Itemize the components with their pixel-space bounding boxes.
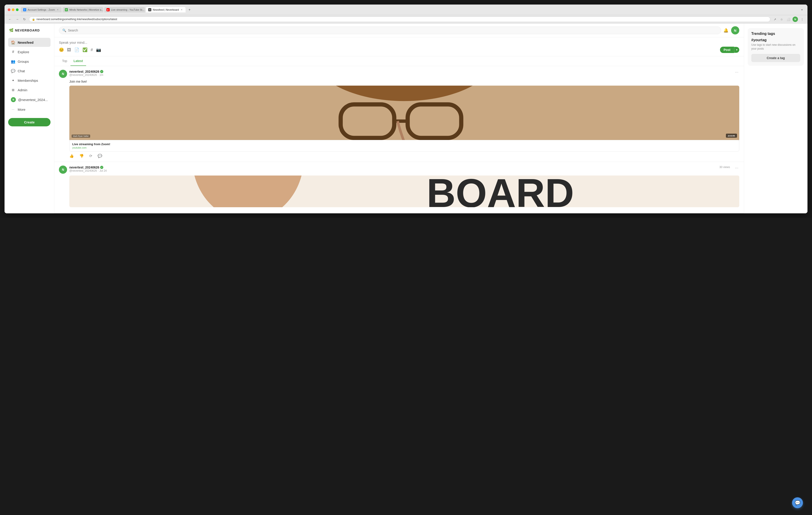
user-avatar[interactable]: N xyxy=(731,26,739,34)
right-sidebar: Trending tags #yourtag Use tags to start… xyxy=(744,24,808,213)
compose-input[interactable] xyxy=(59,40,739,44)
browser-window: Z Account Settings - Zoom ✕ M Minds Netw… xyxy=(4,4,808,213)
comment-button-1[interactable]: 💬 xyxy=(98,154,102,158)
sidebar-item-explore[interactable]: # Explore xyxy=(8,47,51,56)
explore-icon: # xyxy=(11,50,16,54)
tab-close-zoom[interactable]: ✕ xyxy=(56,8,59,11)
search-bar-wrapper: 🔍 🔔 N xyxy=(54,24,744,37)
tab-favicon-minds: M xyxy=(65,8,68,11)
address-bar[interactable]: 🔒 neverboard.somethingsomething.link/new… xyxy=(29,17,770,22)
sidebar-item-memberships[interactable]: ✦ Memberships xyxy=(8,76,51,85)
emoji-tool-icon[interactable]: 😊 xyxy=(59,47,64,52)
tab-neverboard[interactable]: N Newsfeed | Neverboard ✕ xyxy=(146,7,185,12)
post-2-handle: @nevertest_20240626 xyxy=(69,169,97,172)
repost-button-1[interactable]: ⟳ xyxy=(89,154,92,158)
sidebar-label-memberships: Memberships xyxy=(18,79,38,83)
tab-minds[interactable]: M Minds Networks | Monetize a... ✕ xyxy=(62,7,103,12)
verify-tool-icon[interactable]: ✅ xyxy=(83,47,87,52)
post-2-author-info: nevertest_20240626 ✓ @nevertest_20240626… xyxy=(69,165,717,172)
post-1-time: 1m xyxy=(99,73,103,77)
url-text: neverboard.somethingsomething.link/newsf… xyxy=(36,18,117,21)
maximize-traffic-light[interactable] xyxy=(16,8,19,11)
sidebar-item-groups[interactable]: 👥 Groups xyxy=(8,57,51,66)
sidebar-label-profile: @nevertest_2024... xyxy=(18,98,48,102)
post-card-2: N nevertest_20240626 ✓ @nevertest_202406… xyxy=(54,162,744,213)
tab-title-youtube: Live streaming - YouTube St... xyxy=(111,8,144,11)
memberships-icon: ✦ xyxy=(11,78,16,83)
article-tool-icon[interactable]: 📄 xyxy=(74,47,79,52)
tab-favicon-zoom: Z xyxy=(23,8,26,11)
post-2-more-button[interactable]: ··· xyxy=(734,165,739,170)
tab-account-settings[interactable]: Z Account Settings - Zoom ✕ xyxy=(21,7,62,12)
post-1-meta: @nevertest_20240626 · 1m xyxy=(69,73,732,77)
close-traffic-light[interactable] xyxy=(8,8,10,11)
tab-close-neverboard[interactable]: ✕ xyxy=(180,8,183,11)
post-button[interactable]: Post xyxy=(720,47,734,53)
browser-titlebar: Z Account Settings - Zoom ✕ M Minds Netw… xyxy=(4,4,808,15)
zoom-watermark: zoom xyxy=(726,133,737,138)
traffic-lights xyxy=(8,8,19,11)
post-1-more-button[interactable]: ··· xyxy=(734,70,739,74)
bookmark-button[interactable]: ☆ xyxy=(779,17,784,22)
post-1-image: zoom Mark Ryan Salter Live streaming fro… xyxy=(69,86,739,152)
search-icon: 🔍 xyxy=(62,29,66,32)
sidebar-label-chat: Chat xyxy=(18,69,25,73)
main-feed: 🔍 🔔 N 😊 🖼 📄 ✅ # 📷 xyxy=(54,24,744,213)
post-2-svg: NEVER BOARD something something xyxy=(69,176,739,207)
forward-button[interactable]: → xyxy=(14,17,20,22)
video-tool-icon[interactable]: 📷 xyxy=(96,47,101,52)
dislike-button-1[interactable]: 👎 xyxy=(79,154,84,158)
back-button[interactable]: ← xyxy=(7,17,13,22)
post-dropdown-button[interactable]: ▾ xyxy=(734,47,739,53)
menu-button[interactable]: ⋮ xyxy=(799,17,805,22)
sidebar: 🌿 NEVERBOARD 🏠 Newsfeed # Explore 👥 Grou… xyxy=(4,24,54,213)
post-2-views: 30 views xyxy=(719,165,730,169)
trending-desc: Use tags to start new discussions on you… xyxy=(751,43,800,51)
trending-tag[interactable]: #yourtag xyxy=(751,38,800,42)
trending-title: Trending tags xyxy=(751,32,800,36)
page-layout: 🌿 NEVERBOARD 🏠 Newsfeed # Explore 👥 Grou… xyxy=(4,24,808,213)
post-1-handle: @nevertest_20240626 xyxy=(69,73,97,77)
post-1-actions: 👍 👎 ⟳ 💬 xyxy=(69,154,739,158)
extensions-button[interactable]: ⬜ xyxy=(786,17,791,22)
tab-latest[interactable]: Latest xyxy=(70,56,86,66)
sidebar-item-profile[interactable]: N @nevertest_2024... xyxy=(8,95,51,104)
compose-tools: 😊 🖼 📄 ✅ # 📷 Post ▾ xyxy=(59,47,739,53)
notification-bell-icon[interactable]: 🔔 xyxy=(723,28,728,33)
reload-button[interactable]: ↻ xyxy=(22,17,27,22)
sidebar-item-chat[interactable]: 💬 Chat xyxy=(8,66,51,75)
sidebar-item-newsfeed[interactable]: 🏠 Newsfeed xyxy=(8,38,51,47)
tab-list-button[interactable]: ▾ xyxy=(800,7,804,12)
sidebar-item-more[interactable]: ··· More xyxy=(8,105,51,114)
browser-profile-button[interactable]: N xyxy=(792,17,798,22)
post-2-avatar[interactable]: N xyxy=(59,165,67,174)
like-button-1[interactable]: 👍 xyxy=(69,154,74,158)
chat-icon: 💬 xyxy=(11,69,16,73)
search-input[interactable] xyxy=(68,29,718,32)
sidebar-item-admin[interactable]: ⊞ Admin xyxy=(8,85,51,94)
post-1-link-preview[interactable]: Live streaming from Zoom! youtube.com xyxy=(69,140,739,152)
sidebar-logo: 🌿 NEVERBOARD xyxy=(8,28,51,32)
create-tag-button[interactable]: Create a tag xyxy=(751,54,800,62)
tab-top[interactable]: Top xyxy=(59,56,70,66)
image-tool-icon[interactable]: 🖼 xyxy=(67,48,71,52)
header-actions: 🔔 N xyxy=(723,26,739,34)
minimize-traffic-light[interactable] xyxy=(12,8,14,11)
link-title: Live streaming from Zoom! xyxy=(72,143,736,146)
post-2-author-text: nevertest_20240626 xyxy=(69,165,99,169)
post-1-avatar[interactable]: N xyxy=(59,70,67,78)
share-button[interactable]: ↗ xyxy=(772,17,778,22)
new-tab-button[interactable]: + xyxy=(186,7,192,13)
tab-title-zoom: Account Settings - Zoom xyxy=(28,8,55,11)
post-1-author-info: nevertest_20240626 ✓ @nevertest_20240626… xyxy=(69,70,732,77)
tab-favicon-neverboard: N xyxy=(148,8,151,11)
create-button[interactable]: Create xyxy=(8,118,51,126)
post-1-header: N nevertest_20240626 ✓ @nevertest_202406… xyxy=(59,70,739,78)
home-icon: 🏠 xyxy=(11,40,16,44)
post-2-header: N nevertest_20240626 ✓ @nevertest_202406… xyxy=(59,165,739,174)
post-card-1: N nevertest_20240626 ✓ @nevertest_202406… xyxy=(54,66,744,162)
svg-rect-18 xyxy=(69,176,739,207)
svg-point-19 xyxy=(192,176,304,207)
tag-tool-icon[interactable]: # xyxy=(91,48,93,52)
tab-youtube[interactable]: ▶ Live streaming - YouTube St... ✕ xyxy=(104,7,145,12)
